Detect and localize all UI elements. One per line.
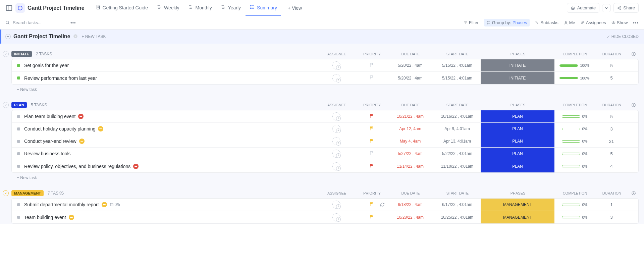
assignee-avatar-icon[interactable] [332, 61, 340, 69]
due-date-cell[interactable]: 10/21/22 , 4am [387, 114, 434, 119]
col-duration[interactable]: DURATION [595, 191, 629, 195]
col-completion[interactable]: COMPLETION [555, 52, 595, 56]
task-row[interactable]: Set goals for the year 5/20/22 , 4am 5/1… [12, 59, 638, 72]
task-name[interactable]: Team building event [24, 215, 316, 220]
col-assignee[interactable]: ASSIGNEE [317, 191, 357, 195]
due-date-cell[interactable]: 6/18/22 , 4am [387, 202, 434, 207]
col-assignee[interactable]: ASSIGNEE [317, 103, 357, 107]
assignee-cell[interactable] [316, 74, 357, 82]
duration-cell[interactable]: 1 [595, 202, 628, 207]
status-dot[interactable] [17, 64, 20, 67]
completion-cell[interactable]: 0% [554, 164, 595, 168]
due-date-cell[interactable]: 11/14/22 , 4am [387, 164, 434, 169]
filter-button[interactable]: Filter [464, 20, 479, 25]
priority-cell[interactable] [357, 126, 387, 132]
col-due-date[interactable]: DUE DATE [387, 52, 434, 56]
start-date-cell[interactable]: 10/25/22 , 4:01am [434, 215, 481, 220]
due-date-cell[interactable]: 5/27/22 , 4am [387, 151, 434, 156]
group-collapse-icon[interactable] [3, 102, 9, 108]
col-phases[interactable]: PHASES [481, 52, 555, 56]
assignee-cell[interactable] [316, 61, 357, 69]
info-icon[interactable]: i [73, 34, 78, 40]
duration-cell[interactable]: 5 [595, 63, 628, 68]
task-name[interactable]: Review performance from last year [24, 75, 316, 81]
task-row[interactable]: Submit departmental monthly report 0/5 6… [12, 199, 638, 211]
col-duration[interactable]: DURATION [595, 103, 629, 107]
start-date-cell[interactable]: 5/15/22 , 4:01am [434, 63, 481, 68]
completion-cell[interactable]: 0% [554, 139, 595, 143]
priority-cell[interactable] [357, 163, 387, 169]
assignee-avatar-icon[interactable] [332, 125, 340, 133]
new-task-button[interactable]: + New task [11, 173, 639, 183]
col-duration[interactable]: DURATION [595, 52, 629, 56]
assignee-avatar-icon[interactable] [332, 213, 340, 221]
assignee-avatar-icon[interactable] [332, 74, 340, 82]
duration-cell[interactable]: 5 [595, 75, 628, 81]
completion-cell[interactable]: 100% [554, 76, 595, 80]
toolbar-more-icon[interactable]: ••• [633, 20, 639, 25]
col-start-date[interactable]: START DATE [434, 103, 481, 107]
assignees-button[interactable]: Assignees [581, 20, 606, 25]
automate-dropdown[interactable] [602, 4, 611, 12]
sidebar-toggle-icon[interactable] [5, 4, 13, 12]
col-completion[interactable]: COMPLETION [555, 191, 595, 195]
priority-cell[interactable] [357, 75, 387, 81]
phase-cell[interactable]: PLAN [481, 148, 554, 160]
start-date-cell[interactable]: Apr 9, 4:01am [434, 126, 481, 131]
status-dot[interactable] [17, 165, 20, 168]
show-button[interactable]: Show [611, 20, 628, 25]
status-dot[interactable] [17, 203, 20, 206]
assignee-avatar-icon[interactable] [332, 137, 340, 145]
task-name[interactable]: Review business tools [24, 151, 316, 156]
start-date-cell[interactable]: 5/22/22 , 4:01am [434, 151, 481, 156]
subtasks-button[interactable]: Subtasks [535, 20, 558, 25]
tab-monthly[interactable]: Monthly [184, 0, 216, 16]
priority-cell[interactable] [357, 63, 387, 68]
assignee-cell[interactable] [316, 150, 357, 158]
assignee-cell[interactable] [316, 213, 357, 221]
duration-cell[interactable]: 3 [595, 126, 628, 131]
group-badge[interactable]: MANAGEMENT [11, 190, 44, 196]
search-input[interactable] [13, 20, 66, 25]
duration-cell[interactable]: 5 [595, 114, 628, 119]
status-dot[interactable] [17, 115, 20, 118]
task-row[interactable]: Team building event 10/28/22 , 4am 10/25… [12, 211, 638, 223]
task-row[interactable]: Conduct holiday capacity planning Apr 12… [12, 123, 638, 135]
assignee-avatar-icon[interactable] [332, 150, 340, 158]
me-button[interactable]: Me [564, 20, 575, 25]
subtask-progress[interactable]: 0/5 [110, 202, 120, 207]
col-assignee[interactable]: ASSIGNEE [317, 52, 357, 56]
due-date-cell[interactable]: 5/20/22 , 4am [387, 76, 434, 81]
priority-cell[interactable] [357, 151, 387, 157]
assignee-cell[interactable] [316, 125, 357, 133]
add-column-button[interactable] [629, 191, 639, 196]
status-dot[interactable] [17, 76, 20, 79]
more-options-icon[interactable]: ••• [70, 20, 76, 25]
col-priority[interactable]: PRIORITY [357, 103, 387, 107]
phase-cell[interactable]: MANAGEMENT [481, 211, 554, 223]
tab-weekly[interactable]: Weekly [153, 0, 183, 16]
project-title[interactable]: Gantt Project Timeline [28, 5, 85, 11]
col-phases[interactable]: PHASES [481, 191, 555, 195]
status-dot[interactable] [17, 152, 20, 155]
priority-cell[interactable] [357, 114, 387, 119]
due-date-cell[interactable]: 5/20/22 , 4am [387, 63, 434, 68]
phase-cell[interactable]: PLAN [481, 160, 554, 172]
group-collapse-icon[interactable] [3, 190, 9, 196]
task-row[interactable]: Review performance from last year 5/20/2… [12, 72, 638, 84]
add-column-button[interactable] [629, 52, 639, 56]
share-button[interactable]: Share [613, 3, 639, 13]
due-date-cell[interactable]: May 4, 4am [387, 139, 434, 144]
group-badge[interactable]: PLAN [11, 102, 27, 108]
col-start-date[interactable]: START DATE [434, 52, 481, 56]
task-row[interactable]: Review business tools 5/27/22 , 4am 5/22… [12, 148, 638, 160]
assignee-cell[interactable] [316, 137, 357, 145]
duration-cell[interactable]: 5 [595, 151, 628, 156]
task-row[interactable]: Conduct year-end review May 4, 4am Apr 1… [12, 135, 638, 148]
phase-cell[interactable]: INITIATE [481, 72, 554, 84]
col-completion[interactable]: COMPLETION [555, 103, 595, 107]
col-start-date[interactable]: START DATE [434, 191, 481, 195]
task-name[interactable]: Conduct holiday capacity planning [24, 126, 316, 131]
start-date-cell[interactable]: 5/15/22 , 4:01am [434, 76, 481, 81]
tab-getting-started-guide[interactable]: Getting Started Guide [91, 0, 152, 16]
